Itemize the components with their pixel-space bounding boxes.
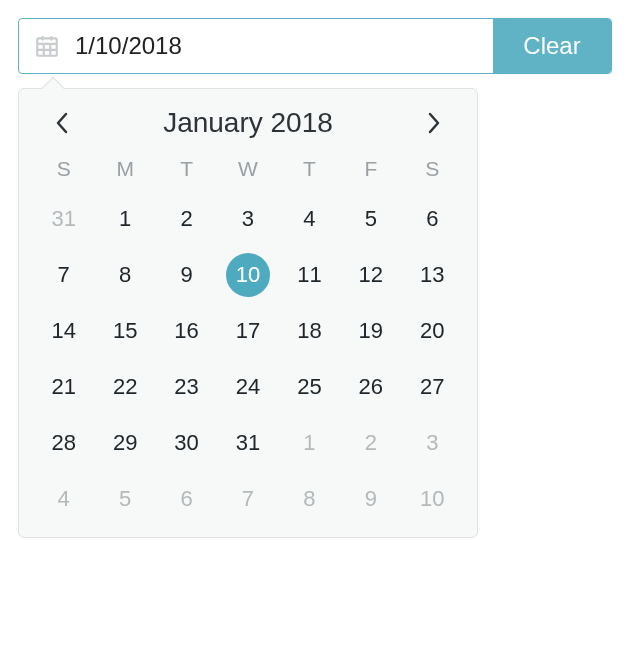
day-cell[interactable]: 6 bbox=[402, 191, 463, 247]
day-cell[interactable]: 5 bbox=[94, 471, 155, 527]
day-number: 5 bbox=[365, 206, 377, 232]
day-cell[interactable]: 31 bbox=[217, 415, 278, 471]
day-number: 31 bbox=[51, 206, 75, 232]
day-cell[interactable]: 2 bbox=[156, 191, 217, 247]
day-number: 4 bbox=[303, 206, 315, 232]
day-cell[interactable]: 7 bbox=[217, 471, 278, 527]
day-cell[interactable]: 11 bbox=[279, 247, 340, 303]
month-title: January 2018 bbox=[163, 107, 333, 139]
day-cell[interactable]: 19 bbox=[340, 303, 401, 359]
weekday-label: W bbox=[217, 157, 278, 181]
day-cell[interactable]: 14 bbox=[33, 303, 94, 359]
day-cell[interactable]: 30 bbox=[156, 415, 217, 471]
month-header: January 2018 bbox=[33, 107, 463, 151]
day-cell[interactable]: 3 bbox=[402, 415, 463, 471]
day-cell[interactable]: 25 bbox=[279, 359, 340, 415]
day-number: 10 bbox=[420, 486, 444, 512]
day-number: 5 bbox=[119, 486, 131, 512]
weekday-label: S bbox=[402, 157, 463, 181]
day-number: 9 bbox=[180, 262, 192, 288]
day-cell[interactable]: 5 bbox=[340, 191, 401, 247]
day-number: 7 bbox=[58, 262, 70, 288]
day-cell[interactable]: 2 bbox=[340, 415, 401, 471]
day-number: 13 bbox=[420, 262, 444, 288]
day-number: 12 bbox=[359, 262, 383, 288]
day-number: 10 bbox=[236, 262, 260, 288]
day-cell[interactable]: 24 bbox=[217, 359, 278, 415]
day-number: 28 bbox=[51, 430, 75, 456]
day-cell[interactable]: 13 bbox=[402, 247, 463, 303]
day-number: 26 bbox=[359, 374, 383, 400]
day-cell[interactable]: 9 bbox=[156, 247, 217, 303]
prev-month-button[interactable] bbox=[47, 108, 77, 138]
day-cell[interactable]: 22 bbox=[94, 359, 155, 415]
date-input[interactable] bbox=[75, 19, 493, 73]
day-number: 24 bbox=[236, 374, 260, 400]
day-cell[interactable]: 16 bbox=[156, 303, 217, 359]
day-number: 19 bbox=[359, 318, 383, 344]
popup-arrow bbox=[42, 77, 65, 100]
day-number: 18 bbox=[297, 318, 321, 344]
day-cell[interactable]: 21 bbox=[33, 359, 94, 415]
chevron-right-icon bbox=[427, 112, 441, 134]
day-number: 1 bbox=[119, 206, 131, 232]
day-number: 22 bbox=[113, 374, 137, 400]
day-number: 25 bbox=[297, 374, 321, 400]
day-cell[interactable]: 17 bbox=[217, 303, 278, 359]
day-cell[interactable]: 8 bbox=[279, 471, 340, 527]
day-number: 20 bbox=[420, 318, 444, 344]
day-number: 4 bbox=[58, 486, 70, 512]
next-month-button[interactable] bbox=[419, 108, 449, 138]
day-number: 23 bbox=[174, 374, 198, 400]
day-cell[interactable]: 26 bbox=[340, 359, 401, 415]
day-cell[interactable]: 4 bbox=[33, 471, 94, 527]
day-cell[interactable]: 10 bbox=[217, 247, 278, 303]
day-cell[interactable]: 31 bbox=[33, 191, 94, 247]
day-cell[interactable]: 15 bbox=[94, 303, 155, 359]
day-number: 16 bbox=[174, 318, 198, 344]
clear-button[interactable]: Clear bbox=[493, 19, 611, 73]
datepicker-popup: January 2018 SMTWTFS 3112345678910111213… bbox=[18, 88, 478, 538]
weekday-label: T bbox=[156, 157, 217, 181]
day-number: 7 bbox=[242, 486, 254, 512]
day-number: 9 bbox=[365, 486, 377, 512]
day-cell[interactable]: 10 bbox=[402, 471, 463, 527]
day-number: 6 bbox=[426, 206, 438, 232]
chevron-left-icon bbox=[55, 112, 69, 134]
day-number: 14 bbox=[51, 318, 75, 344]
day-cell[interactable]: 1 bbox=[94, 191, 155, 247]
day-cell[interactable]: 1 bbox=[279, 415, 340, 471]
svg-rect-0 bbox=[37, 38, 57, 55]
day-cell[interactable]: 12 bbox=[340, 247, 401, 303]
day-number: 6 bbox=[180, 486, 192, 512]
day-cell[interactable]: 6 bbox=[156, 471, 217, 527]
weekday-label: M bbox=[94, 157, 155, 181]
day-cell[interactable]: 28 bbox=[33, 415, 94, 471]
day-cell[interactable]: 27 bbox=[402, 359, 463, 415]
weekday-label: F bbox=[340, 157, 401, 181]
day-number: 17 bbox=[236, 318, 260, 344]
day-cell[interactable]: 23 bbox=[156, 359, 217, 415]
day-number: 15 bbox=[113, 318, 137, 344]
day-cell[interactable]: 18 bbox=[279, 303, 340, 359]
day-number: 8 bbox=[303, 486, 315, 512]
day-number: 11 bbox=[297, 262, 321, 288]
day-number: 2 bbox=[180, 206, 192, 232]
day-number: 30 bbox=[174, 430, 198, 456]
days-grid: 3112345678910111213141516171819202122232… bbox=[33, 191, 463, 527]
day-number: 3 bbox=[242, 206, 254, 232]
day-number: 29 bbox=[113, 430, 137, 456]
day-cell[interactable]: 4 bbox=[279, 191, 340, 247]
day-cell[interactable]: 20 bbox=[402, 303, 463, 359]
day-cell[interactable]: 29 bbox=[94, 415, 155, 471]
day-cell[interactable]: 7 bbox=[33, 247, 94, 303]
day-cell[interactable]: 8 bbox=[94, 247, 155, 303]
day-cell[interactable]: 3 bbox=[217, 191, 278, 247]
day-number: 21 bbox=[51, 374, 75, 400]
day-number: 8 bbox=[119, 262, 131, 288]
day-number: 2 bbox=[365, 430, 377, 456]
weekday-label: T bbox=[279, 157, 340, 181]
day-cell[interactable]: 9 bbox=[340, 471, 401, 527]
day-number: 27 bbox=[420, 374, 444, 400]
weekday-row: SMTWTFS bbox=[33, 151, 463, 191]
